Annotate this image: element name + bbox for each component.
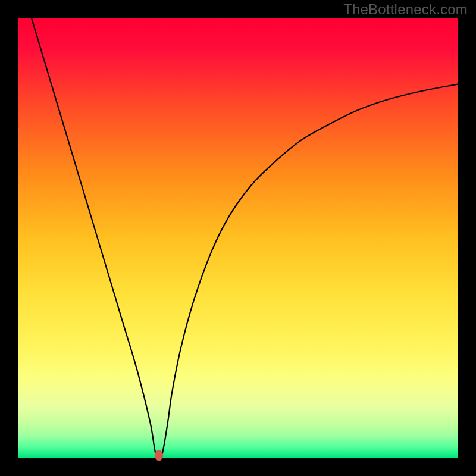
- minimum-marker: [155, 450, 163, 461]
- chart-frame: TheBottleneck.com: [0, 0, 476, 476]
- bottleneck-chart: [0, 0, 476, 476]
- plot-background: [18, 18, 458, 458]
